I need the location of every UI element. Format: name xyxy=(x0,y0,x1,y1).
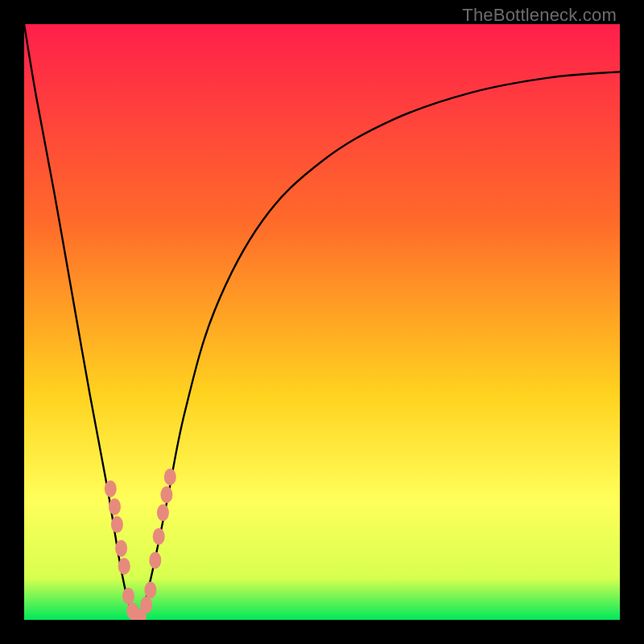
marker-point xyxy=(164,469,176,485)
marker-point xyxy=(160,486,172,503)
watermark-text: TheBottleneck.com xyxy=(462,5,617,26)
marker-point xyxy=(111,516,123,533)
marker-point xyxy=(118,558,130,575)
marker-point xyxy=(115,540,127,557)
chart-stage: TheBottleneck.com xyxy=(0,0,644,644)
plot-area xyxy=(24,24,620,620)
marker-point xyxy=(109,498,121,515)
marker-point xyxy=(122,588,134,605)
marker-point xyxy=(140,597,152,613)
marker-point xyxy=(105,481,117,497)
highlight-markers xyxy=(105,469,176,620)
marker-point xyxy=(149,552,161,569)
marker-point xyxy=(153,528,165,545)
curve-layer xyxy=(24,24,620,620)
marker-point xyxy=(144,582,156,599)
marker-point xyxy=(157,504,169,521)
